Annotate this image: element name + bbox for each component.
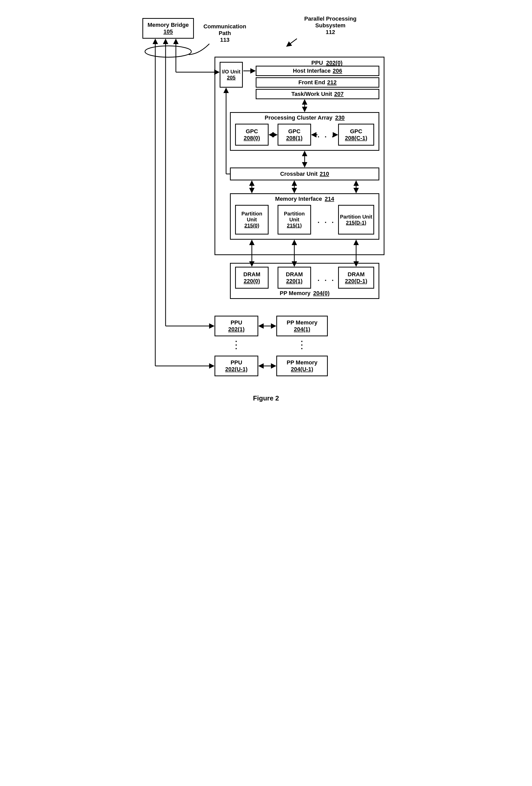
memory-bridge-ref: 105 — [164, 28, 173, 35]
pu0-ref: 215(0) — [244, 223, 259, 229]
dramD-ref: 220(D-1) — [345, 278, 367, 284]
pps-ref: 112 — [297, 29, 364, 36]
pca-title-group: Processing Cluster Array 230 — [265, 114, 344, 121]
gpc1-box: GPC 208(1) — [277, 124, 311, 146]
pu0-box: Partition Unit 215(0) — [235, 205, 269, 234]
comm-path-ref: 113 — [199, 37, 250, 43]
dram1-ref: 220(1) — [286, 278, 303, 284]
gpc1-label: GPC — [288, 128, 300, 135]
ppuU-ref: 202(U-1) — [225, 366, 248, 373]
io-unit-label: I/O Unit — [222, 69, 240, 75]
pu1-ref: 215(1) — [287, 223, 302, 229]
task-unit-box: Task/Work Unit 207 — [256, 89, 379, 99]
ppuU-label: PPU — [231, 359, 242, 366]
pps-label: Parallel Processing Subsystem — [297, 16, 364, 29]
task-unit-label: Task/Work Unit — [291, 91, 332, 97]
gpc0-ref: 208(0) — [244, 135, 260, 141]
ppmemU-label: PP Memory — [287, 359, 317, 366]
io-unit-ref: 205 — [227, 75, 235, 80]
ppmemU-ref: 204(U-1) — [291, 366, 313, 373]
puD-label: Partition Unit — [340, 214, 372, 220]
memory-bridge-label: Memory Bridge — [148, 22, 189, 28]
ppu-vertical-ellipsis: ... — [235, 338, 237, 348]
io-unit-box: I/O Unit 205 — [220, 62, 243, 88]
ppu0-title-group: PPU 202(0) — [311, 60, 342, 66]
diagram-canvas: Memory Bridge 105 Communication Path 113… — [137, 10, 395, 392]
figure-caption: Figure 2 — [10, 394, 522, 402]
pu1-label: Partition Unit — [279, 211, 310, 223]
pps-label-group: Parallel Processing Subsystem 112 — [297, 16, 364, 36]
memory-bridge-box: Memory Bridge 105 — [142, 18, 194, 39]
front-end-box: Front End 212 — [256, 77, 379, 88]
svg-point-0 — [145, 46, 191, 57]
ppmem-vertical-ellipsis: ... — [301, 338, 303, 348]
host-if-ref: 206 — [333, 68, 342, 74]
dram0-box: DRAM 220(0) — [235, 267, 269, 288]
gpc-ellipsis: . . . — [317, 131, 335, 139]
crossbar-ref: 210 — [319, 170, 329, 177]
ppmem1-ref: 204(1) — [294, 326, 310, 333]
pu0-label: Partition Unit — [236, 211, 268, 223]
ppuU-box: PPU 202(U-1) — [215, 356, 258, 376]
ppu0-ref: 202(0) — [326, 60, 342, 66]
gpc0-box: GPC 208(0) — [235, 124, 269, 146]
gpcC-ref: 208(C-1) — [345, 135, 367, 141]
ppu0-title: PPU — [311, 60, 323, 66]
host-if-label: Host Interface — [293, 68, 331, 74]
gpcC-label: GPC — [350, 128, 362, 135]
ppmem0-ref: 204(0) — [313, 290, 330, 296]
dram1-label: DRAM — [286, 271, 303, 278]
gpcC-box: GPC 208(C-1) — [338, 124, 374, 146]
dram0-ref: 220(0) — [244, 278, 260, 284]
dram0-label: DRAM — [243, 271, 260, 278]
puD-box: Partition Unit 215(D-1) — [338, 205, 374, 234]
pca-ref: 230 — [335, 114, 345, 121]
gpc0-label: GPC — [246, 128, 258, 135]
host-if-box: Host Interface 206 — [256, 66, 379, 76]
dramD-label: DRAM — [348, 271, 365, 278]
crossbar-label: Crossbar Unit — [280, 170, 317, 177]
ppmem0-title-group: PP Memory 204(0) — [280, 290, 329, 297]
front-end-label: Front End — [298, 79, 325, 86]
mi-title-group: Memory Interface 214 — [275, 195, 334, 202]
ppu1-ref: 202(1) — [228, 326, 245, 333]
front-end-ref: 212 — [327, 79, 337, 86]
ppu1-label: PPU — [231, 319, 242, 326]
svg-line-1 — [287, 39, 297, 46]
comm-path-label: Communication Path — [199, 23, 250, 37]
gpc1-ref: 208(1) — [286, 135, 303, 141]
task-unit-ref: 207 — [334, 91, 344, 97]
ppu1-box: PPU 202(1) — [215, 316, 258, 336]
mi-title: Memory Interface — [275, 195, 322, 202]
dram-ellipsis: . . . — [317, 274, 335, 283]
ppmemU-box: PP Memory 204(U-1) — [276, 356, 328, 376]
dramD-box: DRAM 220(D-1) — [338, 267, 374, 288]
pu1-box: Partition Unit 215(1) — [277, 205, 311, 234]
ppmem1-box: PP Memory 204(1) — [276, 316, 328, 336]
pca-title: Processing Cluster Array — [265, 114, 333, 121]
ppmem1-label: PP Memory — [287, 319, 317, 326]
pu-ellipsis: . . . — [317, 216, 335, 225]
mi-ref: 214 — [325, 195, 334, 202]
ppmem0-title: PP Memory — [280, 290, 310, 296]
crossbar-box: Crossbar Unit 210 — [230, 167, 379, 180]
comm-path-label-group: Communication Path 113 — [199, 23, 250, 43]
dram1-box: DRAM 220(1) — [277, 267, 311, 288]
puD-ref: 215(D-1) — [346, 220, 366, 226]
